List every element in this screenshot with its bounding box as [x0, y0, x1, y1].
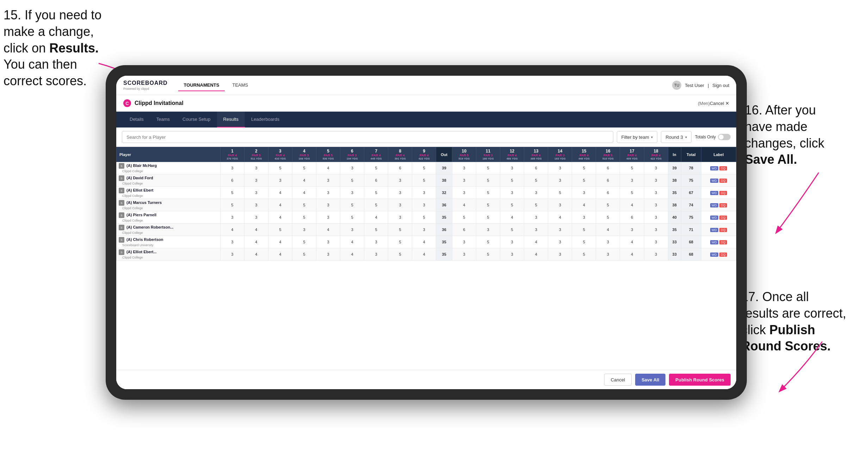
hole-16-score[interactable]: 3 — [596, 248, 620, 261]
dq-label[interactable]: DQ — [719, 166, 727, 170]
hole-3-score[interactable]: 4 — [268, 199, 292, 211]
hole-2-score[interactable]: 3 — [244, 187, 268, 199]
hole-12-score[interactable]: 3 — [500, 236, 524, 248]
hole-7-score[interactable]: 5 — [364, 199, 388, 211]
wd-label[interactable]: WD — [710, 179, 718, 183]
search-player-input[interactable] — [122, 131, 613, 143]
hole-7-score[interactable]: 5 — [364, 162, 388, 174]
hole-11-score[interactable]: 5 — [476, 187, 500, 199]
hole-16-score[interactable]: 5 — [596, 211, 620, 224]
cancel-tournament-btn[interactable]: Cancel ✕ — [710, 101, 729, 106]
hole-12-score[interactable]: 3 — [500, 187, 524, 199]
hole-10-score[interactable]: 3 — [452, 236, 476, 248]
wd-label[interactable]: WD — [710, 228, 718, 232]
hole-11-score[interactable]: 5 — [476, 211, 500, 224]
round-dropdown[interactable]: Round 3 ▾ — [661, 131, 691, 143]
hole-2-score[interactable]: 4 — [244, 224, 268, 236]
dq-label[interactable]: DQ — [719, 216, 727, 220]
hole-9-score[interactable]: 3 — [412, 187, 436, 199]
hole-17-score[interactable]: 4 — [620, 248, 644, 261]
nav-link-teams[interactable]: TEAMS — [227, 80, 254, 91]
cancel-action-button[interactable]: Cancel — [604, 374, 632, 386]
dq-label[interactable]: DQ — [719, 191, 727, 195]
hole-11-score[interactable]: 5 — [476, 199, 500, 211]
hole-4-score[interactable]: 4 — [292, 174, 316, 187]
hole-14-score[interactable]: 5 — [548, 187, 572, 199]
hole-9-score[interactable]: 3 — [412, 199, 436, 211]
hole-17-score[interactable]: 3 — [620, 224, 644, 236]
hole-6-score[interactable]: 4 — [340, 248, 364, 261]
hole-2-score[interactable]: 3 — [244, 162, 268, 174]
hole-14-score[interactable]: 3 — [548, 199, 572, 211]
hole-18-score[interactable]: 3 — [644, 224, 668, 236]
hole-9-score[interactable]: 5 — [412, 162, 436, 174]
hole-13-score[interactable]: 5 — [524, 199, 548, 211]
hole-6-score[interactable]: 3 — [340, 224, 364, 236]
hole-3-score[interactable]: 5 — [268, 162, 292, 174]
hole-15-score[interactable]: 5 — [572, 162, 596, 174]
hole-2-score[interactable]: 3 — [244, 199, 268, 211]
hole-18-score[interactable]: 3 — [644, 199, 668, 211]
hole-12-score[interactable]: 4 — [500, 211, 524, 224]
hole-5-score[interactable]: 3 — [316, 174, 340, 187]
wd-label[interactable]: WD — [710, 203, 718, 207]
hole-12-score[interactable]: 3 — [500, 248, 524, 261]
tab-leaderboards[interactable]: Leaderboards — [245, 112, 286, 127]
hole-5-score[interactable]: 3 — [316, 236, 340, 248]
hole-14-score[interactable]: 3 — [548, 162, 572, 174]
hole-15-score[interactable]: 5 — [572, 224, 596, 236]
hole-17-score[interactable]: 5 — [620, 187, 644, 199]
hole-9-score[interactable]: 4 — [412, 236, 436, 248]
tab-course-setup[interactable]: Course Setup — [176, 112, 217, 127]
hole-13-score[interactable]: 3 — [524, 211, 548, 224]
hole-1-score[interactable]: 3 — [220, 211, 244, 224]
hole-11-score[interactable]: 5 — [476, 162, 500, 174]
hole-3-score[interactable]: 4 — [268, 187, 292, 199]
hole-7-score[interactable]: 4 — [364, 211, 388, 224]
hole-10-score[interactable]: 3 — [452, 174, 476, 187]
hole-6-score[interactable]: 5 — [340, 174, 364, 187]
hole-6-score[interactable]: 4 — [340, 236, 364, 248]
hole-3-score[interactable]: 4 — [268, 211, 292, 224]
save-all-button[interactable]: Save All — [635, 374, 665, 386]
totals-only-toggle[interactable] — [718, 134, 731, 140]
hole-8-score[interactable]: 5 — [388, 236, 412, 248]
hole-5-score[interactable]: 3 — [316, 211, 340, 224]
hole-11-score[interactable]: 5 — [476, 174, 500, 187]
hole-12-score[interactable]: 3 — [500, 162, 524, 174]
hole-16-score[interactable]: 6 — [596, 162, 620, 174]
hole-8-score[interactable]: 5 — [388, 224, 412, 236]
hole-8-score[interactable]: 3 — [388, 211, 412, 224]
hole-15-score[interactable]: 5 — [572, 248, 596, 261]
dq-label[interactable]: DQ — [719, 228, 727, 232]
hole-9-score[interactable]: 4 — [412, 248, 436, 261]
dq-label[interactable]: DQ — [719, 240, 727, 244]
dq-label[interactable]: DQ — [719, 253, 727, 257]
hole-18-score[interactable]: 3 — [644, 211, 668, 224]
hole-5-score[interactable]: 4 — [316, 162, 340, 174]
hole-8-score[interactable]: 6 — [388, 162, 412, 174]
hole-11-score[interactable]: 3 — [476, 224, 500, 236]
hole-7-score[interactable]: 5 — [364, 187, 388, 199]
hole-13-score[interactable]: 3 — [524, 187, 548, 199]
wd-label[interactable]: WD — [710, 191, 718, 195]
hole-2-score[interactable]: 3 — [244, 174, 268, 187]
hole-17-score[interactable]: 4 — [620, 199, 644, 211]
hole-2-score[interactable]: 3 — [244, 211, 268, 224]
hole-7-score[interactable]: 6 — [364, 174, 388, 187]
hole-6-score[interactable]: 5 — [340, 211, 364, 224]
hole-14-score[interactable]: 3 — [548, 174, 572, 187]
hole-13-score[interactable]: 4 — [524, 236, 548, 248]
hole-3-score[interactable]: 3 — [268, 174, 292, 187]
hole-18-score[interactable]: 3 — [644, 162, 668, 174]
hole-16-score[interactable]: 3 — [596, 236, 620, 248]
hole-4-score[interactable]: 3 — [292, 224, 316, 236]
hole-15-score[interactable]: 3 — [572, 211, 596, 224]
hole-18-score[interactable]: 3 — [644, 236, 668, 248]
hole-14-score[interactable]: 4 — [548, 211, 572, 224]
hole-12-score[interactable]: 5 — [500, 199, 524, 211]
hole-6-score[interactable]: 3 — [340, 187, 364, 199]
hole-10-score[interactable]: 3 — [452, 162, 476, 174]
hole-1-score[interactable]: 5 — [220, 199, 244, 211]
hole-8-score[interactable]: 3 — [388, 199, 412, 211]
